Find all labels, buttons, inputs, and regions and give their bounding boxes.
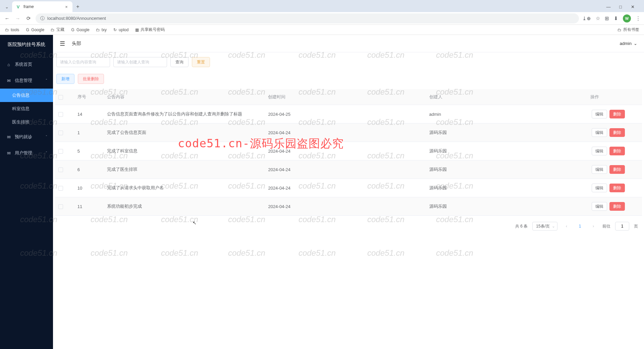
edit-button[interactable]: 编辑 (592, 147, 607, 155)
content-cell: 完成了从请求头中获取用户名 (104, 179, 265, 197)
delete-button[interactable]: 删除 (609, 147, 625, 155)
bookmark-item[interactable]: ↻uplod (113, 28, 128, 32)
data-table: 序号 公告内容 创建时间 创建人 操作 14 公告信息页面查询条件修改为了以公告… (55, 89, 642, 216)
tab-bar: ⌄ V frame × + — □ ✕ (0, 0, 644, 12)
row-checkbox[interactable] (58, 149, 63, 154)
edit-button[interactable]: 编辑 (592, 165, 607, 174)
row-checkbox[interactable] (58, 186, 63, 191)
tab-title: frame (23, 4, 61, 9)
bookmark-icon: ▦ (135, 28, 139, 32)
creator-cell: admin (426, 105, 587, 123)
row-checkbox[interactable] (58, 112, 63, 117)
header-title: 头部 (72, 41, 81, 47)
bookmark-icon: 🗀 (5, 28, 9, 32)
header-checkbox-cell (55, 89, 74, 105)
site-info-icon[interactable]: ⓘ (40, 15, 45, 21)
actions-cell: 编辑 删除 (587, 142, 642, 160)
header-creator: 创建人 (426, 89, 587, 105)
content-cell: 完成了科室信息 (104, 142, 265, 160)
menu-icon: ✉ (6, 78, 11, 83)
downloads-icon[interactable]: ⬇ (614, 15, 618, 21)
delete-button[interactable]: 删除 (609, 202, 625, 211)
bookmark-icon: G (25, 28, 30, 32)
menu-label: 科室信息 (12, 106, 30, 112)
maximize-button[interactable]: □ (617, 4, 624, 9)
delete-button[interactable]: 删除 (609, 165, 625, 174)
actions-cell: 编辑 删除 (587, 105, 642, 123)
sidebar: 医院预约挂号系统 ⌂系统首页✉信息管理ˆ公告信息科室信息医生排班✉预约就诊ˇ✉用… (0, 35, 53, 349)
bookmark-item[interactable]: GGoogle (70, 28, 90, 32)
tabs-dropdown[interactable]: ⌄ (3, 3, 11, 11)
sidebar-item[interactable]: ✉用户管理ˇ (0, 145, 53, 161)
header-content: 公告内容 (104, 89, 265, 105)
row-checkbox[interactable] (58, 167, 63, 172)
table-row: 1 完成了公告信息页面 2024-04-24 源码乐园 编辑 删除 (55, 123, 642, 142)
extensions-icon[interactable]: ⊞ (605, 15, 609, 21)
menu-icon[interactable]: ⋮ (636, 15, 641, 21)
close-window-button[interactable]: ✕ (629, 4, 636, 9)
edit-button[interactable]: 编辑 (592, 202, 607, 211)
menu-label: 公告信息 (12, 92, 30, 98)
bookmark-item[interactable]: 🗀宝藏 (50, 27, 64, 33)
goto-page-input[interactable] (615, 222, 629, 231)
sidebar-item[interactable]: ✉预约就诊ˇ (0, 129, 53, 145)
bookmark-item[interactable]: 🗀tools (5, 28, 19, 32)
prev-page-button[interactable]: ‹ (562, 222, 571, 231)
sidebar-item[interactable]: 公告信息 (0, 89, 53, 102)
menu-icon: ✉ (6, 135, 11, 140)
vue-icon: V (15, 4, 21, 9)
all-bookmarks[interactable]: 🗀 所有书签 (617, 27, 639, 33)
page-number[interactable]: 1 (576, 222, 584, 231)
minimize-button[interactable]: — (605, 4, 612, 9)
delete-button[interactable]: 删除 (609, 184, 625, 192)
user-dropdown[interactable]: admin ⌄ (620, 41, 637, 46)
bookmark-icon[interactable]: ☆ (596, 15, 600, 21)
time-cell: 2024-04-24 (265, 142, 426, 160)
bookmark-item[interactable]: GGoogle (25, 28, 44, 32)
edit-button[interactable]: 编辑 (592, 128, 607, 137)
row-checkbox[interactable] (58, 204, 63, 209)
search-button[interactable]: 查询 (170, 57, 189, 67)
bookmark-item[interactable]: 🗀txy (96, 28, 107, 32)
hamburger-icon[interactable]: ☰ (60, 40, 65, 47)
browser-chrome: ⌄ V frame × + — □ ✕ ← → ⟳ ⓘ localhost:80… (0, 0, 644, 35)
content-search-input[interactable] (56, 57, 110, 67)
bookmark-label: Google (76, 28, 90, 32)
content-cell: 公告信息页面查询条件修改为了以公告内容和创建人查询并删除了标题 (104, 105, 265, 123)
add-button[interactable]: 新增 (56, 74, 74, 84)
batch-delete-button[interactable]: 批量删除 (78, 74, 104, 84)
next-page-button[interactable]: › (589, 222, 598, 231)
menu-label: 系统首页 (15, 61, 32, 67)
select-all-checkbox[interactable] (58, 95, 63, 100)
pagination-total: 共 6 条 (515, 223, 528, 229)
reset-button[interactable]: 重置 (192, 57, 210, 67)
checkbox-cell (55, 123, 74, 142)
url-input[interactable]: ⓘ localhost:8080/Announcement (36, 13, 579, 23)
app-root: 医院预约挂号系统 ⌂系统首页✉信息管理ˆ公告信息科室信息医生排班✉预约就诊ˇ✉用… (0, 35, 644, 349)
bookmark-icon: 🗀 (96, 28, 100, 32)
profile-avatar[interactable]: W (623, 14, 631, 22)
browser-tab[interactable]: V frame × (12, 1, 72, 12)
new-tab-button[interactable]: + (74, 4, 82, 10)
bookmark-label: uplod (119, 28, 128, 32)
edit-button[interactable]: 编辑 (592, 110, 607, 118)
sidebar-item[interactable]: ✉信息管理ˆ (0, 72, 53, 89)
checkbox-cell (55, 160, 74, 179)
row-checkbox[interactable] (58, 131, 63, 135)
edit-button[interactable]: 编辑 (592, 184, 607, 192)
sidebar-item[interactable]: 医生排班 (0, 115, 53, 129)
creator-search-input[interactable] (113, 57, 167, 67)
delete-button[interactable]: 删除 (609, 128, 625, 137)
actions-cell: 编辑 删除 (587, 197, 642, 216)
sidebar-item[interactable]: ⌂系统首页 (0, 56, 53, 72)
back-button[interactable]: ← (3, 15, 11, 21)
bookmark-item[interactable]: ▦共享账号密码 (135, 27, 165, 33)
tab-close-icon[interactable]: × (64, 4, 69, 9)
sidebar-item[interactable]: 科室信息 (0, 102, 53, 115)
page-size-select[interactable]: 15条/页 (532, 222, 557, 231)
seq-cell: 1 (74, 123, 104, 142)
reload-button[interactable]: ⟳ (25, 15, 32, 21)
install-icon[interactable]: ⤓⊕ (582, 15, 591, 21)
delete-button[interactable]: 删除 (609, 110, 625, 118)
goto-suffix: 页 (634, 223, 638, 229)
